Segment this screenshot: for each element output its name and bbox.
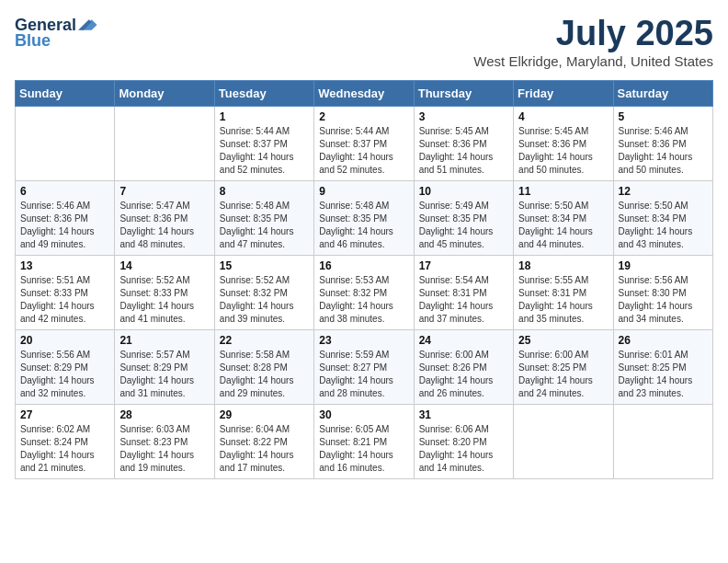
daylight-text: Daylight: 14 hours and 29 minutes. [220,374,309,400]
calendar-cell: 10Sunrise: 5:49 AMSunset: 8:35 PMDayligh… [414,180,513,255]
day-detail: Sunrise: 6:00 AMSunset: 8:26 PMDaylight:… [419,349,508,400]
sunset-text: Sunset: 8:36 PM [518,138,608,151]
calendar-cell: 2Sunrise: 5:44 AMSunset: 8:37 PMDaylight… [314,106,414,180]
day-detail: Sunrise: 5:57 AMSunset: 8:29 PMDaylight:… [119,349,209,400]
day-detail: Sunrise: 5:56 AMSunset: 8:29 PMDaylight:… [20,349,109,400]
title-block: July 2025 West Elkridge, Maryland, Unite… [473,15,713,69]
day-number: 24 [419,334,508,347]
sunset-text: Sunset: 8:33 PM [119,287,209,300]
day-detail: Sunrise: 6:04 AMSunset: 8:22 PMDaylight:… [220,423,309,475]
day-number: 21 [119,334,209,347]
calendar-day-header: Sunday [16,80,115,106]
day-detail: Sunrise: 6:03 AMSunset: 8:23 PMDaylight:… [119,423,209,475]
sunset-text: Sunset: 8:36 PM [20,213,109,225]
daylight-text: Daylight: 14 hours and 28 minutes. [319,374,408,400]
calendar-cell [613,404,712,478]
day-number: 27 [20,408,109,421]
day-detail: Sunrise: 5:56 AMSunset: 8:30 PMDaylight:… [619,274,708,326]
sunrise-text: Sunrise: 5:49 AM [419,200,508,213]
day-number: 10 [419,185,508,198]
sunrise-text: Sunrise: 5:59 AM [319,349,408,362]
sunset-text: Sunset: 8:37 PM [220,138,309,151]
day-number: 5 [619,110,708,123]
day-detail: Sunrise: 6:02 AMSunset: 8:24 PMDaylight:… [20,423,109,475]
calendar-cell: 9Sunrise: 5:48 AMSunset: 8:35 PMDaylight… [314,180,414,255]
calendar-cell: 25Sunrise: 6:00 AMSunset: 8:25 PMDayligh… [514,329,613,404]
daylight-text: Daylight: 14 hours and 16 minutes. [319,449,408,475]
daylight-text: Daylight: 14 hours and 50 minutes. [619,151,708,177]
sunrise-text: Sunrise: 5:46 AM [20,200,109,213]
calendar-cell: 18Sunrise: 5:55 AMSunset: 8:31 PMDayligh… [514,255,613,329]
daylight-text: Daylight: 14 hours and 19 minutes. [119,449,209,475]
sunrise-text: Sunrise: 5:48 AM [319,200,408,213]
calendar-header-row: SundayMondayTuesdayWednesdayThursdayFrid… [16,80,713,106]
sunset-text: Sunset: 8:27 PM [319,362,408,374]
sunset-text: Sunset: 8:34 PM [619,213,708,225]
sunrise-text: Sunrise: 6:02 AM [20,423,109,436]
calendar-cell: 5Sunrise: 5:46 AMSunset: 8:36 PMDaylight… [613,106,712,180]
sunrise-text: Sunrise: 5:44 AM [319,125,408,138]
sunrise-text: Sunrise: 5:47 AM [119,200,209,213]
calendar-cell: 6Sunrise: 5:46 AMSunset: 8:36 PMDaylight… [16,180,115,255]
calendar-cell: 12Sunrise: 5:50 AMSunset: 8:34 PMDayligh… [613,180,712,255]
daylight-text: Daylight: 14 hours and 41 minutes. [119,300,209,326]
sunrise-text: Sunrise: 5:56 AM [619,274,708,287]
calendar-cell: 1Sunrise: 5:44 AMSunset: 8:37 PMDaylight… [214,106,313,180]
sunset-text: Sunset: 8:35 PM [319,213,408,225]
daylight-text: Daylight: 14 hours and 37 minutes. [419,300,508,326]
sunset-text: Sunset: 8:30 PM [619,287,708,300]
calendar-cell: 28Sunrise: 6:03 AMSunset: 8:23 PMDayligh… [115,404,214,478]
day-number: 12 [619,185,708,198]
day-detail: Sunrise: 6:01 AMSunset: 8:25 PMDaylight:… [619,349,708,400]
day-number: 3 [419,110,508,123]
calendar-cell: 3Sunrise: 5:45 AMSunset: 8:36 PMDaylight… [414,106,513,180]
day-detail: Sunrise: 5:51 AMSunset: 8:33 PMDaylight:… [20,274,109,326]
calendar-cell: 27Sunrise: 6:02 AMSunset: 8:24 PMDayligh… [16,404,115,478]
daylight-text: Daylight: 14 hours and 21 minutes. [20,449,109,475]
daylight-text: Daylight: 14 hours and 32 minutes. [20,374,109,400]
daylight-text: Daylight: 14 hours and 49 minutes. [20,225,109,251]
calendar-cell [16,106,115,180]
sunrise-text: Sunrise: 5:50 AM [518,200,608,213]
day-detail: Sunrise: 6:00 AMSunset: 8:25 PMDaylight:… [518,349,608,400]
sunrise-text: Sunrise: 6:04 AM [220,423,309,436]
sunset-text: Sunset: 8:36 PM [119,213,209,225]
sunset-text: Sunset: 8:35 PM [419,213,508,225]
calendar-cell: 11Sunrise: 5:50 AMSunset: 8:34 PMDayligh… [514,180,613,255]
calendar-cell: 16Sunrise: 5:53 AMSunset: 8:32 PMDayligh… [314,255,414,329]
daylight-text: Daylight: 14 hours and 35 minutes. [518,300,608,326]
sunset-text: Sunset: 8:23 PM [119,436,209,449]
month-title: July 2025 [473,15,713,53]
calendar-cell: 31Sunrise: 6:06 AMSunset: 8:20 PMDayligh… [414,404,513,478]
day-number: 15 [220,259,309,272]
sunrise-text: Sunrise: 5:44 AM [220,125,309,138]
day-detail: Sunrise: 5:47 AMSunset: 8:36 PMDaylight:… [119,200,209,251]
calendar-cell: 24Sunrise: 6:00 AMSunset: 8:26 PMDayligh… [414,329,513,404]
calendar-cell: 23Sunrise: 5:59 AMSunset: 8:27 PMDayligh… [314,329,414,404]
sunrise-text: Sunrise: 5:55 AM [518,274,608,287]
sunrise-text: Sunrise: 5:48 AM [220,200,309,213]
daylight-text: Daylight: 14 hours and 24 minutes. [518,374,608,400]
sunrise-text: Sunrise: 5:45 AM [419,125,508,138]
daylight-text: Daylight: 14 hours and 23 minutes. [619,374,708,400]
calendar-cell: 17Sunrise: 5:54 AMSunset: 8:31 PMDayligh… [414,255,513,329]
calendar-cell: 22Sunrise: 5:58 AMSunset: 8:28 PMDayligh… [214,329,313,404]
logo: General Blue [15,15,98,51]
sunrise-text: Sunrise: 6:06 AM [419,423,508,436]
day-number: 26 [619,334,708,347]
day-detail: Sunrise: 5:59 AMSunset: 8:27 PMDaylight:… [319,349,408,400]
day-number: 14 [119,259,209,272]
daylight-text: Daylight: 14 hours and 14 minutes. [419,449,508,475]
day-number: 17 [419,259,508,272]
sunrise-text: Sunrise: 5:58 AM [220,349,309,362]
day-number: 2 [319,110,408,123]
sunset-text: Sunset: 8:28 PM [220,362,309,374]
sunset-text: Sunset: 8:20 PM [419,436,508,449]
day-detail: Sunrise: 5:53 AMSunset: 8:32 PMDaylight:… [319,274,408,326]
daylight-text: Daylight: 14 hours and 17 minutes. [220,449,309,475]
day-number: 25 [518,334,608,347]
sunset-text: Sunset: 8:31 PM [419,287,508,300]
day-detail: Sunrise: 6:06 AMSunset: 8:20 PMDaylight:… [419,423,508,475]
sunrise-text: Sunrise: 5:52 AM [220,274,309,287]
calendar-table: SundayMondayTuesdayWednesdayThursdayFrid… [15,80,713,479]
